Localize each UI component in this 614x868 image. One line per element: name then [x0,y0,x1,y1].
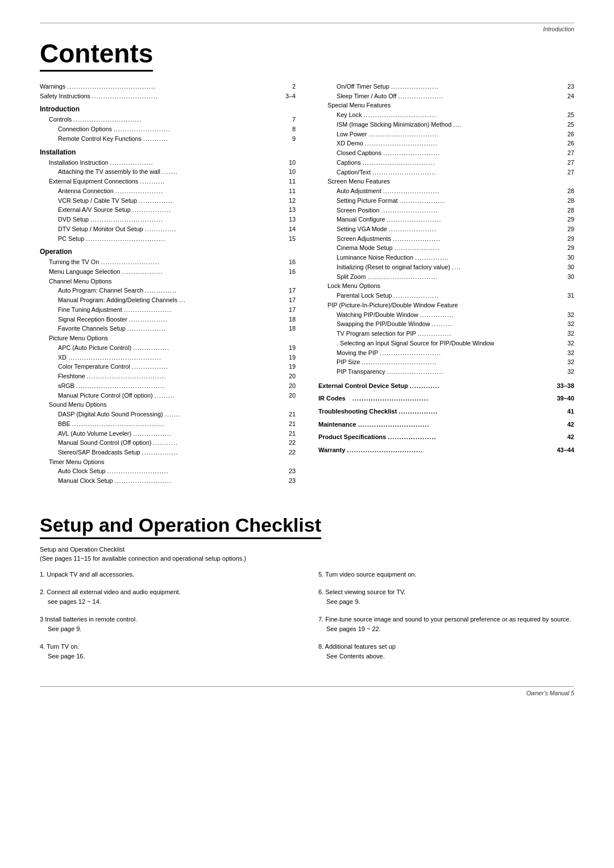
toc-entry-avl: AVL (Auto Volume Leveler) ..............… [40,429,296,439]
toc-entry-manual-program: Manual Program: Adding/Deleting Channels… [40,295,296,305]
toc-entry-apc: APC (Auto Picture Control) .............… [40,343,296,353]
toc-entry-initializing: Initializing (Reset to original factory … [318,262,574,272]
toc-entry-controls: Controls .............................. … [40,115,296,124]
checklist-item-6: 6. Select viewing source for TV. See pag… [318,587,574,607]
checklist-item-2: 2. Connect all external video and audio … [40,587,296,607]
toc-entry-auto-clock: Auto Clock Setup .......................… [40,466,296,476]
page-wrapper: Introduction Contents Warnings .........… [0,0,614,719]
top-rule [40,23,574,23]
toc-entry-watching-pip: Watching PIP/Double Window .............… [318,310,574,320]
toc-entry-warnings: Warnings ...............................… [40,82,296,91]
toc-entry-turning-on: Turning the TV On ......................… [40,257,296,267]
toc-entry-srgb: sRGB ...................................… [40,381,296,391]
toc-entry-dasp: DASP (Digital Auto Sound Processing) ...… [40,410,296,419]
toc-entry-safety: Safety Instructions ....................… [40,91,296,101]
toc-entry-pc-setup: PC Setup ...............................… [40,234,296,244]
toc-entry-manual-configure: Manual Configure .......................… [318,215,574,224]
toc-bold-maintenance: Maintenance ............................… [318,420,574,430]
bottom-rule [40,686,574,687]
checklist-item-3: 3 Install batteries in remote control. S… [40,615,296,634]
checklist-item-7: 7. Fine-tune source image and sound to y… [318,615,574,634]
toc-header-introduction: Introduction [40,105,296,113]
toc-entry-manual-picture: Manual Picture Control (Off option) ....… [40,391,296,400]
checklist-title: Setup and Operation Checklist [40,514,321,539]
checklist-left-col: 1. Unpack TV and all accessories. 2. Con… [40,570,296,669]
toc-entry-bbe: BBE ....................................… [40,419,296,429]
toc-entry-screen-adjustments: Screen Adjustments .....................… [318,234,574,244]
toc-entry-dvd-setup: DVD Setup ..............................… [40,215,296,224]
toc-entry-av-source: External A/V Source Setup ..............… [40,205,296,215]
toc-header-installation: Installation [40,148,296,156]
toc-entry-screen-position: Screen Position ........................… [318,206,574,215]
toc-entry-sound-menu-options: Sound Menu Options [40,400,296,410]
toc-entry-fine-tuning: Fine Tuning Adjustment .................… [40,305,296,315]
checklist-item-5: 5. Turn video source equipment on. [318,570,574,579]
checklist-item-4: 4. Turn TV on. See page 16. [40,642,296,661]
toc-entry-signal-reception: Signal Reception Booster ...............… [40,315,296,324]
toc-entry-special-menu-features: Special Menu Features [318,101,574,110]
toc-entry-auto-adjustment: Auto Adjustment ........................… [318,186,574,196]
toc-entry-split-zoom: Split Zoom .............................… [318,272,574,282]
checklist-note: (See pages 11~15 for available connectio… [40,555,574,562]
toc-entry-parental-lock: Parental Lock Setup ....................… [318,291,574,301]
toc-bold-ir-codes: IR Codes ...............................… [318,394,574,404]
toc-entry-antenna: Antenna Connection .....................… [40,186,296,196]
toc-entry-remote-control: Remote Control Key Functions ...........… [40,134,296,144]
toc-left-col: Warnings ...............................… [40,82,296,486]
toc-entry-captions: Captions ...............................… [318,158,574,168]
toc-entry-swapping-pip: Swapping the PIP/Double Window .........… [318,319,574,329]
toc-entry-pip-size: PIP Size ...............................… [318,357,574,367]
toc-entry-xd: XD .....................................… [40,353,296,362]
toc-entry-moving-pip: Moving the PIP .........................… [318,348,574,358]
toc-entry-screen-menu-features: Screen Menu Features [318,177,574,186]
toc-entry-manual-sound: Manual Sound Control (Off option) ......… [40,438,296,448]
toc-entry-attach-wall: Attaching the TV assembly to the wall ..… [40,167,296,177]
bold-entries-section: External Control Device Setup ..........… [318,381,574,456]
bottom-label: Owner's Manual 5 [40,690,574,696]
toc-entry-favorite-channels: Favorite Channels Setup ................… [40,324,296,333]
toc-entry-fleshtone: Fleshtone ..............................… [40,372,296,381]
toc-entry-vcr-setup: VCR Setup / Cable TV Setup .............… [40,196,296,206]
toc-entry-setting-vga: Setting VGA Mode ..................... 2… [318,224,574,234]
toc-entry-channel-menu-options: Channel Menu Options [40,277,296,286]
toc-entry-key-lock: Key Lock ...............................… [318,110,574,120]
toc-entry-lock-menu-options: Lock Menu Options [318,281,574,291]
toc-entry-pip-feature: PIP (Picture-In-Picture)/Double Window F… [318,301,574,310]
toc-entry-manual-clock: Manual Clock Setup .....................… [40,476,296,486]
toc-bold-warranty: Warranty ...............................… [318,445,574,456]
checklist-item-1: 1. Unpack TV and all accessories. [40,570,296,579]
toc-header-operation: Operation [40,248,296,256]
toc-entry-xd-demo: XD Demo ................................… [318,139,574,148]
top-label: Introduction [40,26,574,32]
checklist-item-8: 8. Additional features set up See Conten… [318,642,574,661]
toc-entry-tv-program-pip: TV Program selection for PIP ...........… [318,329,574,339]
toc-entry-onoff-timer: On/Off Timer Setup .....................… [318,82,574,91]
toc-bold-external-control: External Control Device Setup ..........… [318,381,574,391]
toc-entry-low-power: Low Power ..............................… [318,130,574,139]
contents-title: Contents [40,38,153,72]
toc-entry-pip-transparency: PIP Transparency .......................… [318,367,574,377]
toc-entry-luminance-noise: Luminance Noise Reduction ..............… [318,253,574,262]
toc-entry-caption-text: Caption/Text ...........................… [318,168,574,177]
toc-entry-install-instruction: Installation Instruction ...............… [40,158,296,168]
toc-entry-menu-language: Menu Language Selection ................… [40,267,296,277]
checklist-right-col: 5. Turn video source equipment on. 6. Se… [318,570,574,669]
toc-entry-connection-options: Connection Options .....................… [40,124,296,134]
checklist-two-col: 1. Unpack TV and all accessories. 2. Con… [40,570,574,669]
toc-entry-setting-picture-format: Setting Picture Format .................… [318,196,574,206]
toc-entry-cinema-mode: Cinema Mode Setup .................... 2… [318,243,574,253]
toc-entry-sleep-timer: Sleep Timer / Auto Off .................… [318,91,574,101]
toc-bold-troubleshooting: Troubleshooting Checklist ..............… [318,407,574,417]
toc-entry-dtv-setup: DTV Setup / Monitor Out Setup ..........… [40,224,296,234]
toc-entry-picture-menu-options: Picture Menu Options [40,333,296,343]
checklist-intro: Setup and Operation Checklist [40,546,574,553]
toc-entry-stereo-sap: Stereo/SAP Broadcasts Setup ............… [40,448,296,457]
toc-entry-color-temp: Color Temperature Control ..............… [40,362,296,372]
toc-entry-external-equip: External Equipment Connections .........… [40,177,296,186]
toc-entry-timer-menu-options: Timer Menu Options [40,457,296,467]
toc-two-col: Warnings ...............................… [40,82,574,486]
toc-bold-product-specs: Product Specifications .................… [318,432,574,443]
toc-entry-selecting-input-signal: 32 . Selecting an Input Signal Source fo… [318,339,574,348]
toc-entry-closed-captions: Closed Captions ........................… [318,148,574,158]
toc-right-col: On/Off Timer Setup .....................… [318,82,574,486]
